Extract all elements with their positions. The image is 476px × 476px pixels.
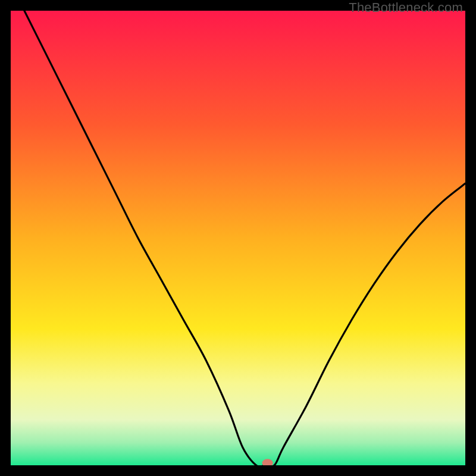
- chart-plot-area: [11, 11, 465, 465]
- chart-background: [11, 11, 465, 465]
- chart-svg: [11, 11, 465, 465]
- watermark-text: TheBottleneck.com: [349, 0, 463, 15]
